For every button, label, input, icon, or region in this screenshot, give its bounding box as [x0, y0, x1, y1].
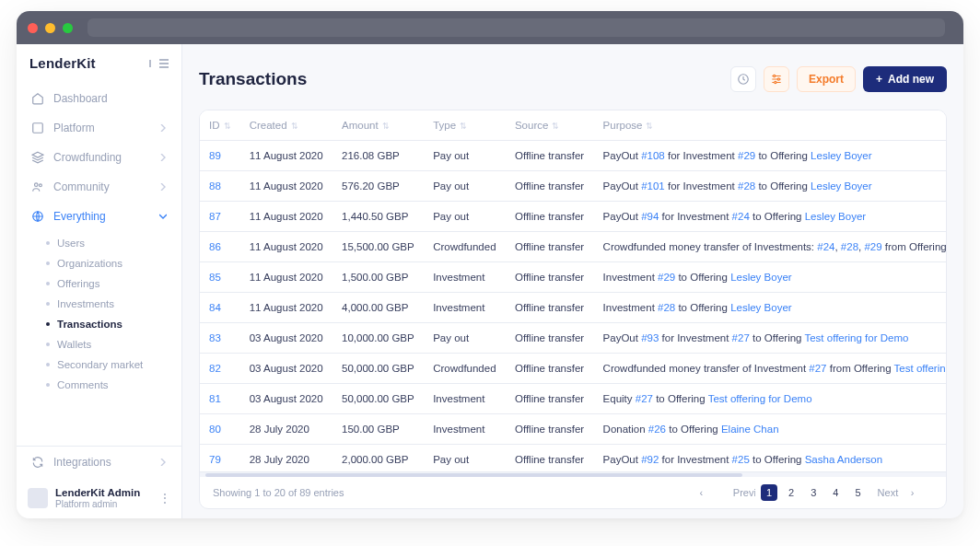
purpose-link[interactable]: #26 — [648, 424, 666, 435]
purpose-link[interactable]: Lesley Boyer — [805, 211, 866, 222]
purpose-link[interactable]: #93 — [641, 332, 659, 343]
window-close-icon[interactable] — [28, 23, 38, 33]
purpose-link[interactable]: Lesley Boyer — [730, 272, 791, 283]
pager-prev-arrow[interactable]: ‹ — [694, 484, 722, 501]
add-new-button[interactable]: + Add new — [863, 66, 947, 92]
purpose-link[interactable]: #29 — [658, 272, 675, 283]
table-row[interactable]: 8611 August 202015,500.00 GBPCrowdfunded… — [200, 232, 946, 262]
table-row[interactable]: 7928 July 20202,000.00 GBPPay outOffline… — [200, 445, 946, 471]
purpose-link[interactable]: #28 — [738, 180, 755, 192]
main-content: Transactions Export + Add new — [182, 44, 963, 518]
window-minimize-icon[interactable] — [45, 23, 55, 33]
purpose-link[interactable]: Lesley Boyer — [811, 180, 871, 192]
col-purpose[interactable]: Purpose⇅ — [594, 110, 946, 141]
sidebar-sub-offerings[interactable]: Offerings — [39, 273, 174, 294]
id-link[interactable]: 79 — [209, 454, 221, 465]
sidebar-sub-organizations[interactable]: Organizations — [39, 253, 174, 273]
table-row[interactable]: 8303 August 202010,000.00 GBPPay outOffl… — [200, 323, 946, 354]
id-link[interactable]: 82 — [209, 363, 221, 374]
col-id[interactable]: ID⇅ — [200, 110, 240, 141]
history-button[interactable] — [730, 66, 756, 92]
address-bar[interactable] — [88, 18, 945, 37]
purpose-link[interactable]: #27 — [809, 363, 826, 374]
pager-next-arrow[interactable]: › — [905, 484, 933, 501]
window-maximize-icon[interactable] — [63, 23, 73, 33]
sidebar-item-integrations[interactable]: Integrations — [17, 447, 181, 478]
col-type[interactable]: Type⇅ — [424, 110, 506, 141]
table-row[interactable]: 8203 August 202050,000.00 GBPCrowdfunded… — [200, 354, 946, 384]
brand-name: LenderKit — [29, 55, 96, 71]
table-scroll[interactable]: ID⇅Created⇅Amount⇅Type⇅Source⇅Purpose⇅De… — [200, 110, 946, 471]
purpose-link[interactable]: #24 — [732, 211, 750, 222]
pager-next[interactable]: Next — [872, 484, 900, 501]
table-row[interactable]: 8911 August 2020216.08 GBPPay outOffline… — [200, 141, 946, 171]
filter-button[interactable] — [764, 66, 789, 92]
purpose-link[interactable]: #94 — [641, 211, 659, 222]
purpose-link[interactable]: #28 — [658, 302, 675, 313]
pager-page-2[interactable]: 2 — [783, 484, 799, 501]
purpose-link[interactable]: Test offering for Demo — [894, 363, 946, 374]
id-link[interactable]: 86 — [209, 241, 221, 252]
pager-page-5[interactable]: 5 — [849, 484, 866, 501]
purpose-link[interactable]: #27 — [732, 332, 750, 343]
purpose-link[interactable]: #27 — [636, 393, 653, 404]
cell-created: 03 August 2020 — [240, 323, 332, 354]
table-row[interactable]: 8103 August 202050,000.00 GBPInvestmentO… — [200, 384, 946, 414]
sidebar-sub-users[interactable]: Users — [39, 233, 174, 253]
id-link[interactable]: 88 — [209, 180, 221, 192]
pager-prev[interactable]: Previous — [728, 484, 755, 501]
table-row[interactable]: 8028 July 2020150.00 GBPInvestmentOfflin… — [200, 414, 946, 445]
purpose-link[interactable]: Elaine Chan — [721, 424, 779, 435]
sidebar-item-dashboard[interactable]: Dashboard — [24, 84, 174, 113]
col-amount[interactable]: Amount⇅ — [332, 110, 424, 141]
user-menu-button[interactable]: ⋮ — [159, 492, 170, 505]
pager-page-1[interactable]: 1 — [761, 484, 777, 501]
sidebar-sub-wallets[interactable]: Wallets — [39, 334, 174, 354]
scrollbar-thumb[interactable] — [205, 473, 742, 477]
sidebar-sub-comments[interactable]: Comments — [39, 375, 174, 395]
purpose-link[interactable]: Lesley Boyer — [730, 302, 791, 313]
id-link[interactable]: 80 — [209, 424, 221, 435]
id-link[interactable]: 87 — [209, 211, 221, 222]
sidebar-item-platform[interactable]: Platform — [24, 113, 174, 143]
table-footer: Showing 1 to 20 of 89 entries ‹Previous1… — [200, 477, 946, 508]
table-row[interactable]: 8811 August 2020576.20 GBPPay outOffline… — [200, 171, 946, 202]
pager-page-4[interactable]: 4 — [827, 484, 844, 501]
sidebar-item-community[interactable]: Community — [24, 172, 174, 202]
table-row[interactable]: 8511 August 20201,500.00 GBPInvestmentOf… — [200, 262, 946, 293]
purpose-link[interactable]: #101 — [641, 180, 665, 192]
id-link[interactable]: 83 — [209, 332, 221, 343]
id-link[interactable]: 81 — [209, 393, 221, 404]
table-row[interactable]: 8711 August 20201,440.50 GBPPay outOffli… — [200, 202, 946, 232]
purpose-link[interactable]: Sasha Anderson — [805, 454, 882, 465]
table-row[interactable]: 8411 August 20204,000.00 GBPInvestmentOf… — [200, 293, 946, 323]
purpose-link[interactable]: #29 — [864, 241, 881, 252]
sidebar-item-everything[interactable]: Everything — [24, 202, 174, 231]
cell-source: Offline transfer — [506, 445, 594, 471]
col-created[interactable]: Created⇅ — [240, 110, 332, 141]
purpose-link[interactable]: #28 — [841, 241, 858, 252]
sidebar-sub-investments[interactable]: Investments — [39, 294, 174, 314]
id-link[interactable]: 89 — [209, 150, 221, 161]
plus-icon: + — [876, 73, 882, 86]
purpose-link[interactable]: #24 — [817, 241, 834, 252]
sidebar-sub-secondary-market[interactable]: Secondary market — [39, 354, 174, 375]
sidebar-sub-transactions[interactable]: Transactions — [39, 314, 174, 334]
col-source[interactable]: Source⇅ — [506, 110, 594, 141]
purpose-link[interactable]: #25 — [732, 454, 750, 465]
purpose-link[interactable]: Test offering for Demo — [804, 332, 908, 343]
id-link[interactable]: 84 — [209, 302, 221, 313]
sidebar-item-crowdfunding[interactable]: Crowdfunding — [24, 143, 174, 172]
export-button[interactable]: Export — [797, 66, 856, 92]
purpose-link[interactable]: #29 — [738, 150, 755, 161]
horizontal-scrollbar[interactable] — [200, 471, 946, 477]
sidebar-collapse-button[interactable] — [149, 59, 169, 68]
pager-page-3[interactable]: 3 — [805, 484, 822, 501]
purpose-link[interactable]: Test offering for Demo — [708, 393, 812, 404]
purpose-link[interactable]: #108 — [641, 150, 665, 161]
purpose-link[interactable]: Lesley Boyer — [811, 150, 871, 161]
id-link[interactable]: 85 — [209, 272, 221, 283]
brand-row: LenderKit — [17, 44, 181, 78]
current-user[interactable]: LenderKit Admin Platform admin ⋮ — [17, 478, 181, 518]
purpose-link[interactable]: #92 — [641, 454, 659, 465]
